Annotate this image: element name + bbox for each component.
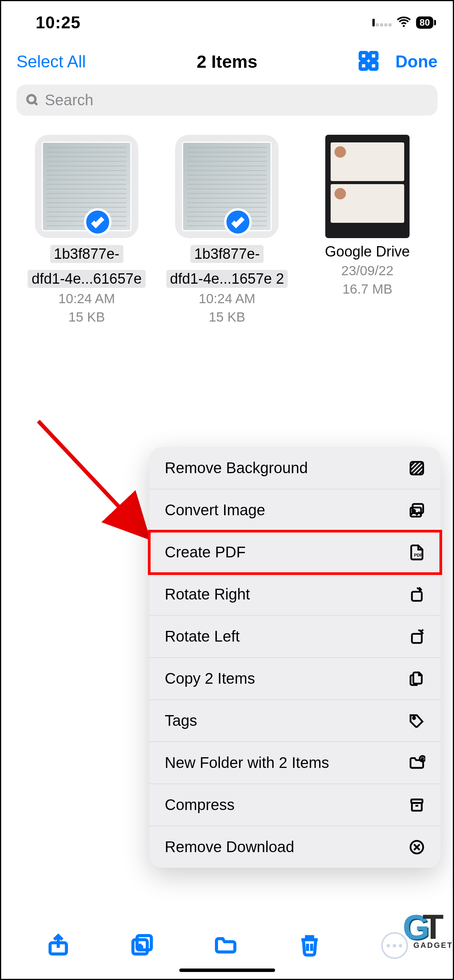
image-icon — [408, 502, 425, 519]
delete-button[interactable] — [297, 933, 322, 959]
selection-checkmark-icon — [84, 208, 111, 236]
remove-icon — [408, 839, 425, 856]
svg-rect-17 — [412, 803, 422, 810]
svg-rect-4 — [370, 62, 377, 69]
menu-label: Copy 2 Items — [165, 670, 255, 687]
cellular-icon — [372, 19, 392, 26]
menu-copy[interactable]: Copy 2 Items — [149, 658, 441, 700]
battery-level: 80 — [416, 16, 433, 29]
svg-rect-13 — [412, 634, 422, 643]
svg-point-14 — [413, 717, 415, 719]
selection-checkmark-icon — [224, 208, 252, 236]
file-name: dfd1-4e...1657e 2 — [166, 270, 288, 288]
folder-plus-icon — [408, 755, 425, 771]
svg-rect-3 — [360, 62, 367, 69]
svg-rect-12 — [412, 591, 422, 601]
menu-remove-background[interactable]: Remove Background — [149, 447, 441, 489]
menu-label: Create PDF — [165, 544, 246, 561]
copy-icon — [408, 670, 425, 687]
status-time: 10:25 — [36, 13, 81, 32]
watermark: GT GADGETS — [403, 908, 451, 956]
bottom-toolbar — [1, 932, 453, 959]
tag-icon — [408, 712, 425, 729]
file-date: 23/09/22 — [301, 263, 434, 278]
svg-rect-1 — [360, 52, 367, 59]
remove-background-icon — [408, 460, 425, 477]
file-time: 10:24 AM — [161, 291, 293, 306]
file-item[interactable]: Google Drive 23/09/22 16.7 MB — [301, 135, 434, 325]
context-menu: Remove Background Convert Image Create P… — [149, 447, 441, 868]
file-size: 15 KB — [161, 309, 293, 325]
select-all-button[interactable]: Select All — [16, 52, 157, 71]
menu-rotate-right[interactable]: Rotate Right — [149, 573, 441, 616]
file-time: 10:24 AM — [20, 291, 153, 306]
menu-convert-image[interactable]: Convert Image — [149, 489, 441, 531]
duplicate-button[interactable] — [130, 933, 154, 959]
file-thumbnail — [175, 135, 279, 238]
svg-point-0 — [403, 25, 405, 27]
search-input[interactable]: Search — [16, 85, 438, 116]
status-icons: 80 — [372, 14, 436, 31]
menu-tags[interactable]: Tags — [149, 700, 441, 742]
rotate-left-icon — [408, 628, 425, 645]
file-item[interactable]: 1b3f877e- dfd1-4e...61657e 10:24 AM 15 K… — [20, 135, 153, 325]
menu-label: Tags — [165, 712, 197, 729]
file-name: Google Drive — [301, 243, 434, 260]
file-item[interactable]: 1b3f877e- dfd1-4e...1657e 2 10:24 AM 15 … — [161, 135, 293, 325]
battery-icon: 80 — [416, 16, 436, 29]
svg-point-5 — [28, 95, 36, 103]
menu-compress[interactable]: Compress — [149, 784, 441, 826]
share-button[interactable] — [46, 933, 70, 959]
file-size: 16.7 MB — [301, 281, 434, 297]
menu-label: Rotate Left — [165, 628, 240, 645]
file-thumbnail — [316, 135, 419, 238]
page-title: 2 Items — [157, 51, 297, 72]
menu-label: Rotate Right — [165, 586, 250, 603]
file-name: dfd1-4e...61657e — [28, 270, 145, 288]
view-toggle-button[interactable] — [359, 51, 379, 72]
file-grid: 1b3f877e- dfd1-4e...61657e 10:24 AM 15 K… — [1, 127, 453, 332]
status-bar: 10:25 80 — [1, 1, 453, 36]
menu-label: New Folder with 2 Items — [165, 754, 329, 771]
menu-label: Remove Download — [165, 838, 294, 856]
menu-remove-download[interactable]: Remove Download — [149, 826, 441, 868]
file-thumbnail — [35, 135, 138, 238]
pdf-icon: PDF — [408, 544, 425, 561]
svg-line-6 — [38, 421, 143, 532]
annotation-arrow — [32, 415, 162, 546]
rotate-right-icon — [408, 586, 425, 603]
menu-label: Convert Image — [165, 501, 265, 519]
move-button[interactable] — [213, 933, 238, 959]
wifi-icon — [396, 14, 411, 31]
file-size: 15 KB — [20, 309, 153, 325]
home-indicator — [179, 969, 275, 972]
search-placeholder: Search — [45, 91, 93, 109]
svg-text:PDF: PDF — [414, 553, 423, 557]
svg-rect-2 — [370, 52, 377, 59]
nav-header: Select All 2 Items Done — [1, 36, 453, 80]
search-icon — [26, 93, 39, 107]
menu-new-folder[interactable]: New Folder with 2 Items — [149, 742, 441, 784]
menu-create-pdf[interactable]: Create PDF PDF — [149, 531, 441, 573]
file-name: 1b3f877e- — [50, 245, 123, 263]
done-button[interactable]: Done — [395, 52, 438, 71]
file-name: 1b3f877e- — [190, 245, 264, 263]
menu-rotate-left[interactable]: Rotate Left — [149, 616, 441, 658]
archive-icon — [408, 797, 425, 813]
menu-label: Remove Background — [165, 459, 308, 477]
menu-label: Compress — [165, 796, 234, 813]
